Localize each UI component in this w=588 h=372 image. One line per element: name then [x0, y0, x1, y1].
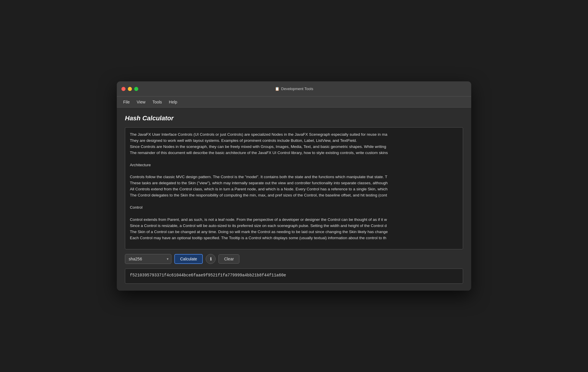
hash-algorithm-select[interactable]: md5 sha1 sha256 sha512 [125, 254, 171, 264]
maximize-button[interactable] [134, 87, 138, 91]
menu-help[interactable]: Help [166, 99, 180, 105]
window-controls [121, 87, 138, 91]
controls-row: md5 sha1 sha256 sha512 Calculate ℹ Clear [125, 254, 463, 264]
title-icon: 📋 [275, 87, 279, 91]
window-title: 📋 Development Tools [275, 87, 313, 91]
menu-bar: File View Tools Help [117, 96, 471, 108]
menu-file[interactable]: File [120, 99, 133, 105]
minimize-button[interactable] [128, 87, 132, 91]
clear-button[interactable]: Clear [218, 254, 239, 264]
page-title: Hash Calculator [125, 115, 463, 122]
app-window: 📋 Development Tools File View Tools Help… [117, 81, 471, 291]
calculate-button[interactable]: Calculate [174, 254, 203, 264]
hash-algorithm-wrapper: md5 sha1 sha256 sha512 [125, 254, 171, 264]
input-text-container [125, 127, 463, 249]
title-bar: 📋 Development Tools [117, 81, 471, 96]
info-button[interactable]: ℹ [206, 254, 216, 264]
input-textarea[interactable] [125, 128, 463, 249]
hash-output: f5210395793371f4c61044bce6faae9f9521f1fa… [125, 269, 463, 284]
close-button[interactable] [121, 87, 126, 91]
title-text: Development Tools [281, 87, 313, 91]
menu-view[interactable]: View [134, 99, 148, 105]
menu-tools[interactable]: Tools [150, 99, 165, 105]
main-content: Hash Calculator md5 sha1 sha256 sha512 C… [117, 108, 471, 291]
